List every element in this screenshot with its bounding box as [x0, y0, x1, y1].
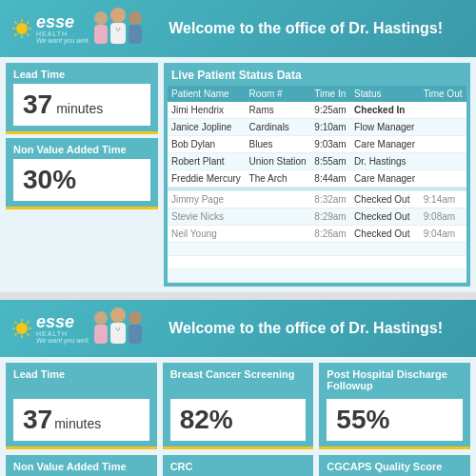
cell-status: Flow Manager [350, 119, 420, 136]
header-title-2: Welcome to the office of Dr. Hastings! [147, 320, 465, 337]
sun-icon-2 [11, 318, 32, 339]
cell-room [246, 208, 311, 226]
svg-line-7 [27, 22, 29, 24]
table-row-empty [168, 269, 466, 283]
svg-rect-25 [94, 325, 108, 344]
metric-label-r1-2: Post Hospital Discharge Followup [327, 368, 463, 395]
table-row: Freddie Mercury The Arch 8:44am Care Man… [168, 170, 466, 188]
col-time-out: Time Out [420, 86, 466, 102]
cell-name: Jimmy Page [168, 191, 246, 208]
metric-box-r2-2: CGCAPS Quality Score [319, 455, 470, 476]
metric-number-r1-0: 37 [23, 405, 52, 435]
lead-time-box: Lead Time 37 minutes [6, 63, 158, 134]
cell-time-out [420, 102, 466, 119]
cell-status: Checked Out [350, 226, 420, 243]
metric-label-r1-1: Breast Cancer Screening [170, 368, 307, 395]
metric-number-r1-1: 82% [180, 405, 233, 435]
patient-table: Patient Name Room # Time In Status Time … [168, 86, 466, 283]
cell-time-in: 8:26am [310, 226, 350, 243]
svg-line-6 [27, 33, 29, 35]
non-value-box: Non Value Added Time 30% [6, 138, 158, 209]
non-value-label: Non Value Added Time [13, 144, 150, 155]
table-row: Jimmy Page 8:32am Checked Out 9:14am [168, 191, 466, 208]
cell-time-in: 8:44am [310, 170, 350, 188]
cell-time-out [420, 153, 466, 170]
panel2-row2: Non Value Added Time 30% CRC CGCAPS Qual… [6, 455, 470, 476]
metrics-left-1: Lead Time 37 minutes Non Value Added Tim… [6, 63, 158, 287]
svg-point-0 [16, 23, 28, 34]
table-row-empty [168, 256, 466, 269]
logo-area-2: esse HEALTH We want you well. [11, 313, 89, 344]
cell-room: Blues [246, 136, 311, 153]
cell-time-in: 9:03am [310, 136, 350, 153]
svg-rect-27 [110, 323, 126, 344]
lead-time-label: Lead Time [13, 69, 150, 80]
cell-name: Neil Young [168, 226, 246, 243]
cell-room: Union Station [246, 153, 311, 170]
sun-icon [11, 18, 32, 39]
metric-box-r1-1: Breast Cancer Screening 82% [163, 363, 314, 449]
non-value-value-area: 30% [13, 159, 150, 201]
content-1: Lead Time 37 minutes Non Value Added Tim… [0, 57, 476, 292]
panel2-row1: Lead Time 37 minutes Breast Cancer Scree… [6, 363, 470, 449]
col-patient-name: Patient Name [168, 86, 246, 102]
patient-data-panel: Live Patient Status Data Patient Name Ro… [164, 63, 470, 287]
cell-name: Stevie Nicks [168, 208, 246, 226]
svg-point-28 [129, 311, 142, 325]
svg-line-8 [15, 33, 17, 35]
cell-name: Robert Plant [168, 153, 246, 170]
metric-label-r2-1: CRC [170, 461, 307, 476]
svg-point-9 [94, 11, 108, 25]
col-time-in: Time In [310, 86, 350, 102]
cell-time-in: 8:55am [310, 153, 350, 170]
cell-time-in: 9:25am [310, 102, 350, 119]
metric-label-r1-0: Lead Time [13, 368, 149, 395]
cell-time-out: 9:14am [420, 191, 466, 208]
cell-time-out [420, 170, 466, 188]
logo-tagline-2: We want you well. [36, 337, 89, 344]
svg-rect-12 [110, 23, 126, 44]
cell-time-out [420, 119, 466, 136]
svg-line-5 [15, 22, 17, 24]
logo-area: esse HEALTH We want you well. [11, 13, 89, 44]
cell-room: The Arch [246, 170, 311, 188]
col-room: Room # [246, 86, 311, 102]
lead-time-number: 37 [23, 89, 52, 120]
metric-box-r1-2: Post Hospital Discharge Followup 55% [319, 363, 470, 449]
cell-room [246, 226, 311, 243]
content-2: Lead Time 37 minutes Breast Cancer Scree… [0, 357, 476, 476]
people-illustration [89, 1, 147, 56]
cell-status: Care Manager [350, 136, 420, 153]
logo-main-2: esse [36, 313, 89, 330]
svg-point-13 [129, 11, 142, 25]
cell-room: Cardinals [246, 119, 311, 136]
cell-name: Jimi Hendrix [168, 102, 246, 119]
svg-rect-14 [129, 25, 142, 44]
metric-label-r2-2: CGCAPS Quality Score [327, 461, 463, 476]
cell-time-in: 8:29am [310, 208, 350, 226]
logo-tagline: We want you well. [36, 37, 89, 44]
metric-value-area-r1-1: 82% [170, 399, 307, 441]
metric-box-r2-0: Non Value Added Time 30% [6, 455, 157, 476]
cell-name: Bob Dylan [168, 136, 246, 153]
metric-value-area-r1-2: 55% [327, 399, 463, 441]
svg-point-24 [94, 311, 108, 325]
cell-time-out [420, 136, 466, 153]
table-row: Bob Dylan Blues 9:03am Care Manager [168, 136, 466, 153]
lead-time-unit: minutes [56, 101, 103, 116]
header-1: esse HEALTH We want you well. Welcome to… [0, 0, 476, 57]
cell-time-out: 9:08am [420, 208, 466, 226]
header-title-1: Welcome to the office of Dr. Hastings! [147, 20, 465, 37]
svg-point-15 [16, 323, 28, 334]
people-illustration-2 [89, 301, 147, 356]
metric-unit-r1-0: minutes [54, 416, 101, 431]
cell-time-out: 9:04am [420, 226, 466, 243]
cell-name: Janice Jopline [168, 119, 246, 136]
svg-line-22 [27, 322, 29, 324]
svg-rect-10 [94, 25, 108, 44]
metric-label-r2-0: Non Value Added Time [13, 461, 149, 476]
cell-room [246, 191, 311, 208]
cell-room: Rams [246, 102, 311, 119]
logo-text-block: esse HEALTH We want you well. [36, 13, 89, 44]
logo-sub-2: HEALTH [36, 330, 89, 337]
